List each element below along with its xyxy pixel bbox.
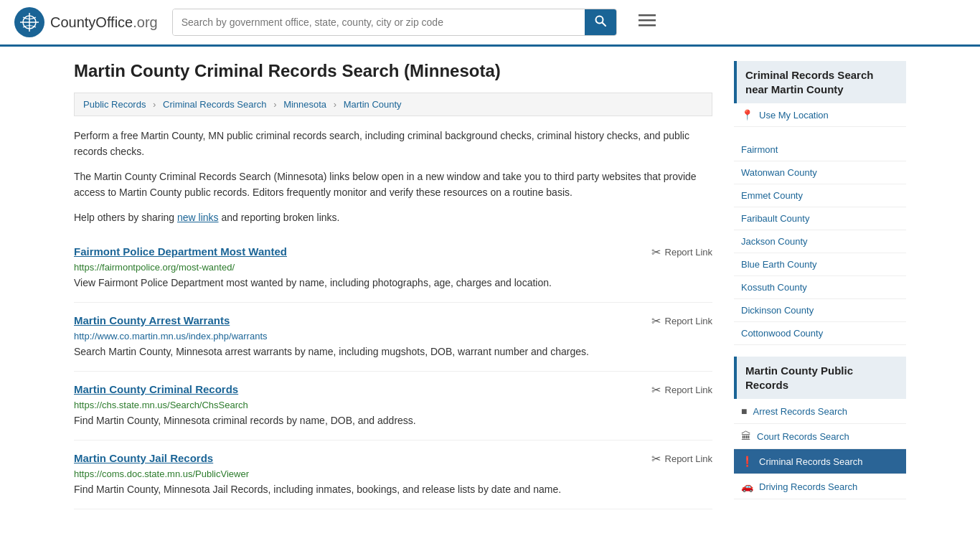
- svg-rect-6: [639, 14, 656, 17]
- breadcrumb-sep-1: ›: [153, 99, 156, 110]
- nearby-list: 📍 Use My Location: [734, 103, 906, 127]
- report-link-2[interactable]: ✂ Report Link: [651, 383, 712, 397]
- pr-icon-1: 🏛: [741, 430, 751, 442]
- svg-rect-8: [639, 24, 656, 27]
- nearby-county-item[interactable]: Fairmont: [734, 138, 906, 161]
- result-title-2[interactable]: Martin County Criminal Records: [74, 383, 238, 395]
- content-area: Martin County Criminal Records Search (M…: [74, 61, 712, 509]
- report-icon: ✂: [651, 383, 661, 397]
- result-item: Fairmont Police Department Most Wanted ✂…: [74, 234, 712, 303]
- result-url-0[interactable]: https://fairmontpolice.org/most-wanted/: [74, 262, 712, 273]
- site-logo[interactable]: CountyOffice.org: [14, 7, 158, 37]
- public-records-item[interactable]: 🏛 Court Records Search: [734, 424, 906, 449]
- result-header: Martin County Jail Records ✂ Report Link: [74, 452, 712, 466]
- result-header: Fairmont Police Department Most Wanted ✂…: [74, 245, 712, 259]
- nearby-counties-list: FairmontWatonwan CountyEmmet CountyFarib…: [734, 138, 906, 345]
- result-item: Martin County Jail Records ✂ Report Link…: [74, 441, 712, 509]
- result-url-3[interactable]: https://coms.doc.state.mn.us/PublicViewe…: [74, 468, 712, 479]
- report-icon: ✂: [651, 452, 661, 466]
- page-title: Martin County Criminal Records Search (M…: [74, 61, 712, 81]
- result-desc-3: Find Martin County, Minnesota Jail Recor…: [74, 482, 712, 497]
- nearby-county-item[interactable]: Kossuth County: [734, 276, 906, 299]
- public-records-section-title: Martin County Public Records: [734, 357, 906, 399]
- public-records-item[interactable]: ❗ Criminal Records Search: [734, 449, 906, 474]
- public-records-link-1[interactable]: 🏛 Court Records Search: [734, 424, 906, 448]
- nearby-county-item[interactable]: Dickinson County: [734, 299, 906, 322]
- nearby-county-item[interactable]: Blue Earth County: [734, 253, 906, 276]
- breadcrumb-sep-3: ›: [334, 99, 336, 110]
- nearby-county-link-3[interactable]: Faribault County: [734, 207, 906, 230]
- result-item: Martin County Criminal Records ✂ Report …: [74, 372, 712, 441]
- main-container: Martin County Criminal Records Search (M…: [60, 47, 920, 524]
- result-desc-2: Find Martin County, Minnesota criminal r…: [74, 413, 712, 428]
- public-records-link-3[interactable]: 🚗 Driving Records Search: [734, 474, 906, 499]
- svg-rect-7: [639, 19, 656, 22]
- nearby-county-item[interactable]: Jackson County: [734, 230, 906, 253]
- result-item: Martin County Arrest Warrants ✂ Report L…: [74, 303, 712, 372]
- public-records-link-2[interactable]: ❗ Criminal Records Search: [734, 449, 906, 474]
- location-icon: 📍: [741, 109, 753, 121]
- svg-line-5: [602, 23, 606, 27]
- result-desc-0: View Fairmont Police Department most wan…: [74, 276, 712, 291]
- nearby-county-link-4[interactable]: Jackson County: [734, 230, 906, 253]
- results-container: Fairmont Police Department Most Wanted ✂…: [74, 234, 712, 509]
- logo-icon: [14, 7, 44, 37]
- result-desc-1: Search Martin County, Minnesota arrest w…: [74, 344, 712, 359]
- new-links-link[interactable]: new links: [177, 212, 219, 223]
- result-title-1[interactable]: Martin County Arrest Warrants: [74, 314, 230, 326]
- nearby-county-item[interactable]: Cottonwood County: [734, 322, 906, 345]
- pr-icon-2: ❗: [741, 456, 753, 467]
- search-button[interactable]: [585, 9, 616, 35]
- result-url-1[interactable]: http://www.co.martin.mn.us/index.php/war…: [74, 331, 712, 342]
- result-title-0[interactable]: Fairmont Police Department Most Wanted: [74, 245, 287, 258]
- nearby-county-link-6[interactable]: Kossuth County: [734, 276, 906, 298]
- result-header: Martin County Criminal Records ✂ Report …: [74, 383, 712, 397]
- nearby-county-link-0[interactable]: Fairmont: [734, 138, 906, 161]
- report-icon: ✂: [651, 314, 661, 328]
- breadcrumb-martin-county[interactable]: Martin County: [344, 99, 402, 110]
- site-header: CountyOffice.org: [0, 0, 980, 47]
- report-link-0[interactable]: ✂ Report Link: [651, 245, 712, 259]
- use-location-item[interactable]: 📍 Use My Location: [734, 103, 906, 127]
- result-url-2[interactable]: https://chs.state.mn.us/Search/ChsSearch: [74, 400, 712, 410]
- breadcrumb-public-records[interactable]: Public Records: [83, 99, 146, 110]
- menu-button[interactable]: [639, 11, 656, 33]
- report-icon: ✂: [651, 245, 661, 259]
- pr-icon-0: ■: [741, 405, 747, 417]
- logo-text: CountyOffice.org: [50, 14, 158, 31]
- report-link-3[interactable]: ✂ Report Link: [651, 452, 712, 466]
- result-title-3[interactable]: Martin County Jail Records: [74, 452, 213, 464]
- breadcrumb-criminal-records[interactable]: Criminal Records Search: [163, 99, 267, 110]
- public-records-list: ■ Arrest Records Search 🏛 Court Records …: [734, 399, 906, 499]
- description-2: The Martin County Criminal Records Searc…: [74, 169, 712, 201]
- description-1: Perform a free Martin County, MN public …: [74, 128, 712, 160]
- pr-icon-3: 🚗: [741, 481, 753, 492]
- breadcrumb: Public Records › Criminal Records Search…: [74, 93, 712, 116]
- search-bar: [172, 9, 617, 36]
- report-link-1[interactable]: ✂ Report Link: [651, 314, 712, 328]
- breadcrumb-sep-2: ›: [273, 99, 276, 110]
- nearby-county-item[interactable]: Emmet County: [734, 184, 906, 207]
- public-records-link-0[interactable]: ■ Arrest Records Search: [734, 399, 906, 423]
- nearby-county-link-2[interactable]: Emmet County: [734, 184, 906, 207]
- nearby-county-link-1[interactable]: Watonwan County: [734, 161, 906, 184]
- breadcrumb-minnesota[interactable]: Minnesota: [283, 99, 326, 110]
- nearby-county-link-7[interactable]: Dickinson County: [734, 299, 906, 321]
- nearby-section-title: Criminal Records Search near Martin Coun…: [734, 61, 906, 103]
- nearby-county-link-5[interactable]: Blue Earth County: [734, 253, 906, 276]
- use-location-link[interactable]: 📍 Use My Location: [734, 103, 906, 126]
- public-records-item[interactable]: ■ Arrest Records Search: [734, 399, 906, 424]
- result-header: Martin County Arrest Warrants ✂ Report L…: [74, 314, 712, 328]
- sidebar: Criminal Records Search near Martin Coun…: [734, 61, 906, 509]
- nearby-county-link-8[interactable]: Cottonwood County: [734, 322, 906, 344]
- nearby-county-item[interactable]: Watonwan County: [734, 161, 906, 184]
- nearby-county-item[interactable]: Faribault County: [734, 207, 906, 230]
- search-input[interactable]: [173, 9, 585, 35]
- description-3: Help others by sharing new links and rep…: [74, 209, 712, 225]
- public-records-item[interactable]: 🚗 Driving Records Search: [734, 474, 906, 499]
